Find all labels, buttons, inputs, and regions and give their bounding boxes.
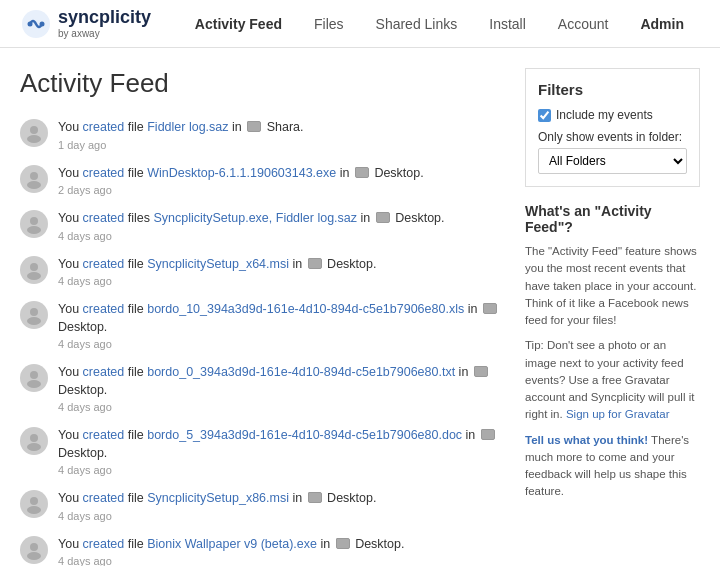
item-content: You created file bordo_5_394a3d9d-161e-4… — [58, 427, 505, 476]
avatar — [20, 210, 48, 238]
file-link[interactable]: bordo_10_394a3d9d-161e-4d10-894d-c5e1b79… — [147, 302, 464, 316]
item-content: You created file bordo_10_394a3d9d-161e-… — [58, 301, 505, 350]
activity-item: You created file SyncplicitySetup_x64.ms… — [20, 256, 505, 288]
avatar — [20, 364, 48, 392]
svg-point-4 — [27, 135, 41, 143]
created-link[interactable]: created — [83, 491, 125, 505]
header: syncplicity by axway Activity Feed Files… — [0, 0, 720, 48]
file-link[interactable]: SyncplicitySetup_x64.msi — [147, 257, 289, 271]
folder-icon — [336, 538, 350, 549]
nav-install[interactable]: Install — [473, 0, 542, 48]
file-link[interactable]: bordo_5_394a3d9d-161e-4d10-894d-c5e1b790… — [147, 428, 462, 442]
nav-admin[interactable]: Admin — [624, 0, 700, 48]
svg-point-14 — [27, 380, 41, 388]
folder-icon — [355, 167, 369, 178]
user-icon — [24, 494, 44, 514]
nav-shared-links[interactable]: Shared Links — [360, 0, 474, 48]
tell-link[interactable]: Tell us what you think! — [525, 434, 648, 446]
what-para3: Tell us what you think! There's much mor… — [525, 432, 700, 501]
item-text: You created file Fiddler log.saz in Shar… — [58, 119, 505, 137]
you-label: You — [58, 257, 83, 271]
item-text: You created file bordo_5_394a3d9d-161e-4… — [58, 427, 505, 462]
user-icon — [24, 260, 44, 280]
logo-sub: by axway — [58, 28, 151, 39]
folder-icon — [483, 303, 497, 314]
nav-files[interactable]: Files — [298, 0, 360, 48]
avatar — [20, 165, 48, 193]
svg-point-17 — [30, 497, 38, 505]
logo-name: syncplicity — [58, 8, 151, 28]
user-icon — [24, 214, 44, 234]
nav-activity-feed[interactable]: Activity Feed — [179, 0, 298, 48]
activity-item: You created file bordo_5_394a3d9d-161e-4… — [20, 427, 505, 476]
file-link[interactable]: Fiddler log.saz — [147, 120, 228, 134]
created-link[interactable]: created — [83, 365, 125, 379]
file-link[interactable]: bordo_0_394a3d9d-161e-4d10-894d-c5e1b790… — [147, 365, 455, 379]
you-label: You — [58, 120, 83, 134]
avatar — [20, 536, 48, 564]
timestamp: 4 days ago — [58, 338, 505, 350]
logo: syncplicity by axway — [20, 8, 151, 40]
svg-point-2 — [40, 21, 45, 26]
main-nav: Activity Feed Files Shared Links Install… — [179, 0, 700, 48]
user-icon — [24, 169, 44, 189]
svg-point-15 — [30, 434, 38, 442]
you-label: You — [58, 428, 83, 442]
created-link[interactable]: created — [83, 211, 125, 225]
svg-point-13 — [30, 371, 38, 379]
svg-point-9 — [30, 263, 38, 271]
created-link[interactable]: created — [83, 428, 125, 442]
you-label: You — [58, 211, 83, 225]
file-link[interactable]: SyncplicitySetup_x86.msi — [147, 491, 289, 505]
item-text: You created files SyncplicitySetup.exe, … — [58, 210, 505, 228]
svg-point-7 — [30, 217, 38, 225]
user-icon — [24, 123, 44, 143]
feed-area: Activity Feed You created file Fiddler l… — [20, 68, 505, 566]
what-title: What's an "Activity Feed"? — [525, 203, 700, 235]
timestamp: 4 days ago — [58, 230, 505, 242]
svg-point-19 — [30, 543, 38, 551]
folder-icon — [308, 492, 322, 503]
svg-point-3 — [30, 126, 38, 134]
activity-item: You created file Fiddler log.saz in Shar… — [20, 119, 505, 151]
user-icon — [24, 540, 44, 560]
folder-icon — [481, 429, 495, 440]
created-link[interactable]: created — [83, 120, 125, 134]
file-link[interactable]: SyncplicitySetup.exe, Fiddler log.saz — [153, 211, 357, 225]
created-link[interactable]: created — [83, 537, 125, 551]
avatar — [20, 301, 48, 329]
file-link[interactable]: WinDesktop-6.1.1.190603143.exe — [147, 166, 336, 180]
timestamp: 4 days ago — [58, 275, 505, 287]
sidebar: Filters Include my events Only show even… — [525, 68, 700, 566]
you-label: You — [58, 302, 83, 316]
timestamp: 1 day ago — [58, 139, 505, 151]
nav-account[interactable]: Account — [542, 0, 625, 48]
timestamp: 2 days ago — [58, 184, 505, 196]
item-text: You created file SyncplicitySetup_x64.ms… — [58, 256, 505, 274]
activity-item: You created file bordo_10_394a3d9d-161e-… — [20, 301, 505, 350]
item-content: You created file Fiddler log.saz in Shar… — [58, 119, 505, 151]
item-content: You created file SyncplicitySetup_x64.ms… — [58, 256, 505, 288]
file-link[interactable]: Bionix Wallpaper v9 (beta).exe — [147, 537, 317, 551]
created-link[interactable]: created — [83, 166, 125, 180]
activity-item: You created file SyncplicitySetup_x86.ms… — [20, 490, 505, 522]
item-text: You created file WinDesktop-6.1.1.190603… — [58, 165, 505, 183]
folder-icon — [308, 258, 322, 269]
item-content: You created files SyncplicitySetup.exe, … — [58, 210, 505, 242]
created-link[interactable]: created — [83, 257, 125, 271]
avatar — [20, 119, 48, 147]
svg-point-5 — [30, 172, 38, 180]
folder-icon — [247, 121, 261, 132]
created-link[interactable]: created — [83, 302, 125, 316]
gravatar-link[interactable]: Sign up for Gravatar — [566, 408, 670, 420]
you-label: You — [58, 365, 83, 379]
what-para1: The "Activity Feed" feature shows you th… — [525, 243, 700, 329]
timestamp: 4 days ago — [58, 555, 505, 566]
you-label: You — [58, 166, 83, 180]
folder-select[interactable]: All Folders — [538, 148, 687, 174]
svg-point-1 — [28, 21, 33, 26]
timestamp: 4 days ago — [58, 510, 505, 522]
filters-box: Filters Include my events Only show even… — [525, 68, 700, 187]
include-my-events-label[interactable]: Include my events — [538, 108, 687, 122]
include-my-events-checkbox[interactable] — [538, 109, 551, 122]
